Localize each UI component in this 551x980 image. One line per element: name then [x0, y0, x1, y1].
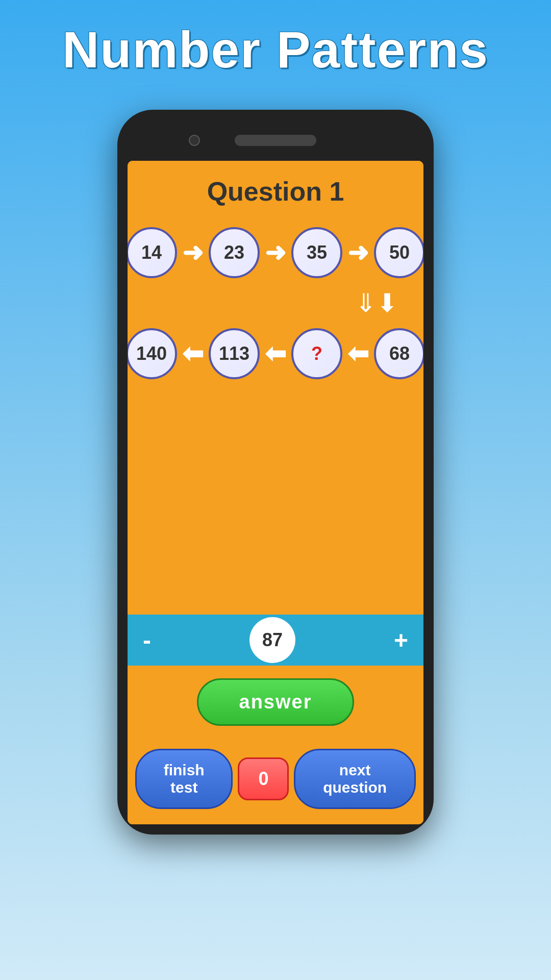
screen-content: Question 1 14 ➜ 23 ➜	[128, 161, 423, 615]
score-badge: 0	[238, 757, 289, 800]
finish-test-button[interactable]: finish test	[135, 749, 233, 809]
answer-button[interactable]: answer	[197, 678, 355, 726]
circle-23: 23	[209, 227, 260, 278]
input-bar: - 87 +	[128, 615, 423, 666]
next-question-button[interactable]: next question	[294, 749, 416, 809]
connector-row: ⬇	[138, 288, 413, 318]
circle-113: 113	[209, 328, 260, 379]
number-row-1: 14 ➜ 23 ➜ 35 ➜	[128, 227, 423, 278]
number-row-2: 140 ⬅ 113 ⬅ ? ⬅	[128, 328, 423, 379]
arrow-down: ⬇	[355, 288, 398, 318]
arrow-right-1: ➜	[182, 238, 204, 267]
arrow-left-3: ⬅	[347, 339, 369, 369]
circle-question: ?	[291, 328, 342, 379]
answer-section: answer	[128, 666, 423, 739]
arrow-left-2: ⬅	[265, 339, 286, 369]
circle-14: 14	[128, 227, 177, 278]
phone-device: Question 1 14 ➜ 23 ➜	[117, 110, 434, 835]
number-grid: 14 ➜ 23 ➜ 35 ➜	[138, 227, 413, 379]
decrement-button[interactable]: -	[143, 626, 151, 654]
circle-68: 68	[374, 328, 423, 379]
circle-140: 140	[128, 328, 177, 379]
question-title: Question 1	[207, 176, 344, 207]
arrow-right-3: ➜	[347, 238, 369, 267]
phone-camera	[189, 135, 200, 146]
phone-screen: Question 1 14 ➜ 23 ➜	[128, 161, 423, 824]
circle-50: 50	[374, 227, 423, 278]
increment-button[interactable]: +	[394, 626, 408, 654]
phone-speaker	[235, 135, 316, 146]
input-value: 87	[249, 617, 295, 663]
arrow-left-1: ⬅	[182, 339, 204, 369]
app-title: Number Patterns	[62, 20, 489, 79]
phone-top-bar	[128, 120, 423, 161]
circle-35: 35	[291, 227, 342, 278]
bottom-nav: finish test 0 next question	[128, 739, 423, 824]
arrow-right-2: ➜	[265, 238, 286, 267]
